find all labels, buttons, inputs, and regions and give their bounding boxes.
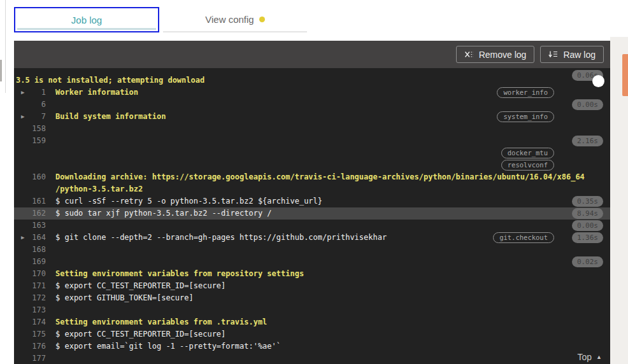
log-text: $ sudo tar xjf python-3.5.tar.bz2 --dire… bbox=[55, 209, 272, 218]
duration-badge: 8.94s bbox=[572, 208, 603, 219]
log-row: 177 bbox=[14, 353, 610, 364]
scroll-to-top-label: Top bbox=[578, 352, 592, 362]
log-row: 160Downloading archive: https://storage.… bbox=[14, 171, 610, 183]
left-panel-divider bbox=[5, 0, 6, 93]
line-number[interactable]: 1 bbox=[14, 87, 46, 99]
remove-log-label: Remove log bbox=[479, 50, 527, 60]
log-row: 168 bbox=[14, 244, 610, 256]
line-number[interactable]: 173 bbox=[14, 304, 46, 316]
job-log-panel: Remove log Raw log 3.5 is not installed;… bbox=[14, 41, 610, 364]
log-text: Worker information bbox=[55, 88, 138, 97]
line-number[interactable]: 7 bbox=[14, 111, 46, 123]
log-row: docker_mtu bbox=[14, 147, 610, 159]
log-row: ▶1Worker informationworker_info bbox=[14, 87, 610, 99]
duration-badge: 1.36s bbox=[572, 232, 603, 243]
log-row: resolvconf bbox=[14, 159, 610, 171]
line-number[interactable]: 159 bbox=[14, 135, 46, 147]
duration-badge: 0.00s bbox=[572, 220, 603, 231]
log-text: Downloading archive: https://storage.goo… bbox=[55, 172, 585, 181]
line-number[interactable]: 169 bbox=[14, 256, 46, 268]
remove-log-icon bbox=[464, 50, 474, 59]
tab-job-log-label: Job log bbox=[71, 15, 102, 25]
scroll-to-top-link[interactable]: Top ▲ bbox=[578, 352, 603, 362]
log-text: Setting environment variables from repos… bbox=[55, 269, 304, 278]
log-row: 170Setting environment variables from re… bbox=[14, 268, 610, 280]
log-text: Setting environment variables from .trav… bbox=[55, 318, 267, 326]
line-number[interactable]: 161 bbox=[14, 195, 46, 207]
log-row: 158 bbox=[14, 123, 610, 135]
log-row: 1690.02s bbox=[14, 256, 610, 268]
log-text: Build system information bbox=[55, 112, 166, 121]
tab-view-config[interactable]: View config bbox=[163, 7, 307, 32]
orange-edge-element bbox=[622, 54, 628, 96]
active-tab-underline bbox=[17, 28, 156, 30]
line-number[interactable]: 177 bbox=[14, 353, 46, 364]
fold-tag-badge: worker_info bbox=[497, 87, 554, 98]
line-number[interactable]: 163 bbox=[14, 220, 46, 232]
line-number[interactable]: 172 bbox=[14, 292, 46, 304]
fold-tag-badge: docker_mtu bbox=[501, 148, 554, 158]
duration-badge: 2.16s bbox=[572, 136, 603, 146]
raw-log-button[interactable]: Raw log bbox=[540, 46, 604, 63]
log-row: 176$ export email=`git log -1 --pretty=f… bbox=[14, 340, 610, 353]
log-row: 3.5 is not installed; attempting downloa… bbox=[14, 74, 610, 87]
line-number[interactable]: 171 bbox=[14, 280, 46, 292]
duration-badge: 0.00s bbox=[572, 99, 603, 110]
raw-log-label: Raw log bbox=[563, 50, 596, 60]
line-number[interactable]: 160 bbox=[14, 171, 46, 183]
log-row: 1630.00s bbox=[14, 220, 610, 232]
duration-badge: 0.35s bbox=[572, 196, 603, 207]
log-row: 1592.16s bbox=[14, 135, 610, 147]
caret-up-icon: ▲ bbox=[596, 353, 602, 361]
log-row: ▶164$ git clone --depth=2 --branch=gh-pa… bbox=[14, 232, 610, 244]
line-number[interactable]: 174 bbox=[14, 316, 46, 328]
log-row: ▶7Build system informationsystem_info bbox=[14, 111, 610, 123]
tab-job-log[interactable]: Job log bbox=[14, 7, 159, 32]
raw-log-icon bbox=[548, 50, 558, 59]
log-row: 161$ curl -sSf --retry 5 -o python-3.5.t… bbox=[14, 195, 610, 207]
remove-log-button[interactable]: Remove log bbox=[456, 46, 535, 63]
log-text: 3.5 is not installed; attempting downloa… bbox=[16, 76, 204, 85]
log-toolbar: Remove log Raw log bbox=[14, 41, 610, 68]
log-text: $ export CC_TEST_REPORTER_ID=[secure] bbox=[55, 281, 225, 290]
log-text: $ export CC_TEST_REPORTER_ID=[secure] bbox=[55, 330, 225, 339]
log-row: 172$ export GITHUB_TOKEN=[secure] bbox=[14, 292, 610, 304]
log-row: 60.00s bbox=[14, 99, 610, 111]
tab-view-config-label: View config bbox=[205, 14, 253, 25]
line-number[interactable]: 6 bbox=[14, 99, 46, 111]
log-text: $ curl -sSf --retry 5 -o python-3.5.tar.… bbox=[55, 197, 322, 206]
log-row: 174Setting environment variables from .t… bbox=[14, 316, 610, 328]
fold-tag-badge: system_info bbox=[497, 111, 554, 122]
line-number[interactable]: 170 bbox=[14, 268, 46, 280]
fold-tag-badge: resolvconf bbox=[501, 160, 554, 171]
log-body: 3.5 is not installed; attempting downloa… bbox=[14, 68, 610, 364]
fold-tag-badge: git.checkout bbox=[493, 232, 554, 243]
line-number[interactable]: 176 bbox=[14, 340, 46, 353]
log-text: /python-3.5.tar.bz2 bbox=[55, 185, 143, 193]
left-scrollbar-thumb[interactable] bbox=[0, 60, 2, 81]
line-number[interactable]: 162 bbox=[14, 207, 46, 220]
line-number[interactable]: 175 bbox=[14, 328, 46, 340]
log-text: $ export GITHUB_TOKEN=[secure] bbox=[55, 293, 194, 302]
log-row: /python-3.5.tar.bz2 bbox=[14, 183, 610, 195]
log-row: 175$ export CC_TEST_REPORTER_ID=[secure] bbox=[14, 328, 610, 340]
line-number[interactable]: 164 bbox=[14, 232, 46, 244]
log-row: 173 bbox=[14, 304, 610, 316]
log-text: $ git clone --depth=2 --branch=gh-pages … bbox=[55, 233, 387, 242]
line-number[interactable]: 168 bbox=[14, 244, 46, 256]
config-warning-dot-icon bbox=[259, 17, 265, 22]
log-row: 162$ sudo tar xjf python-3.5.tar.bz2 --d… bbox=[14, 207, 610, 220]
scroll-indicator-dot bbox=[592, 75, 604, 87]
line-number[interactable]: 158 bbox=[14, 123, 46, 135]
duration-badge: 0.02s bbox=[572, 256, 603, 267]
log-row: 171$ export CC_TEST_REPORTER_ID=[secure] bbox=[14, 280, 610, 292]
log-text: $ export email=`git log -1 --pretty=form… bbox=[55, 342, 281, 351]
